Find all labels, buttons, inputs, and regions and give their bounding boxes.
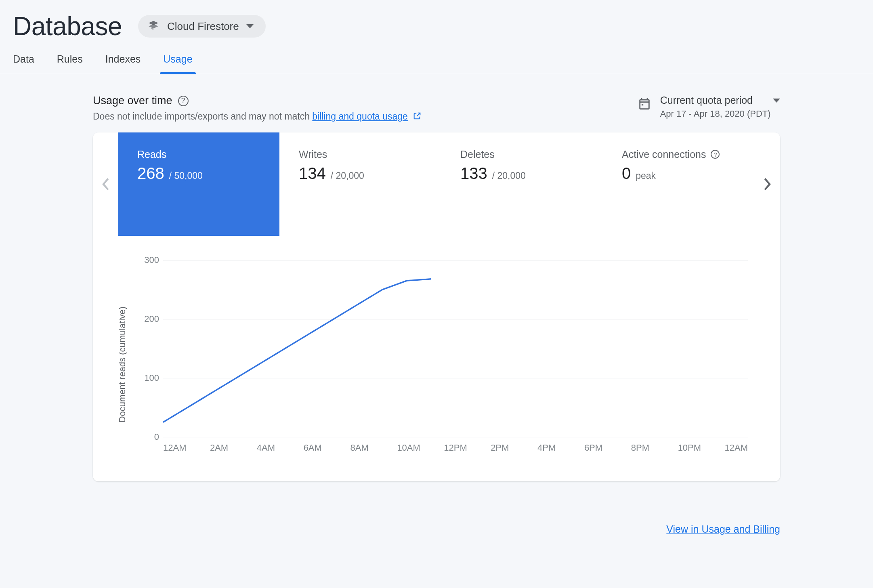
y-tick: 200 xyxy=(139,314,159,324)
x-tick: 8PM xyxy=(631,443,678,453)
metric-value: 0 xyxy=(622,164,631,183)
metric-quota: peak xyxy=(636,170,656,181)
svg-rect-0 xyxy=(642,104,643,105)
metric-label: Writes xyxy=(299,149,327,160)
x-tick: 2PM xyxy=(491,443,537,453)
metric-value: 133 xyxy=(460,164,487,183)
x-tick: 12AM xyxy=(163,443,210,453)
x-tick: 6AM xyxy=(304,443,350,453)
metric-active-connections[interactable]: Active connections ? 0 peak xyxy=(602,132,755,236)
view-usage-billing-link[interactable]: View in Usage and Billing xyxy=(666,523,780,535)
scroll-left-button[interactable] xyxy=(93,132,118,236)
page-title: Database xyxy=(13,11,122,41)
database-selector-label: Cloud Firestore xyxy=(167,20,239,33)
chart: Document reads (cumulative) 0100200300 1… xyxy=(93,236,780,481)
metric-writes[interactable]: Writes 134 / 20,000 xyxy=(279,132,441,236)
period-selector[interactable]: Current quota period Apr 17 - Apr 18, 20… xyxy=(638,94,780,119)
period-label: Current quota period xyxy=(660,94,753,106)
x-tick: 12AM xyxy=(725,443,748,453)
metric-quota: / 20,000 xyxy=(492,170,526,181)
billing-quota-link[interactable]: billing and quota usage xyxy=(312,111,408,122)
x-tick: 2AM xyxy=(210,443,257,453)
x-tick: 4AM xyxy=(257,443,304,453)
y-tick: 100 xyxy=(139,373,159,383)
database-selector[interactable]: Cloud Firestore xyxy=(138,15,266,38)
x-tick: 6PM xyxy=(584,443,631,453)
chevron-down-icon xyxy=(246,24,254,28)
scroll-right-button[interactable] xyxy=(755,132,780,236)
x-tick: 12PM xyxy=(444,443,491,453)
metric-value: 268 xyxy=(137,164,164,183)
metric-label: Reads xyxy=(137,149,166,160)
tab-data[interactable]: Data xyxy=(13,53,34,74)
section-subtitle-text: Does not include imports/exports and may… xyxy=(93,111,312,122)
metric-label: Deletes xyxy=(460,149,495,160)
x-tick: 8AM xyxy=(350,443,397,453)
calendar-icon xyxy=(638,97,651,112)
x-tick: 10AM xyxy=(397,443,444,453)
metric-quota: / 20,000 xyxy=(331,170,364,181)
section-title: Usage over time xyxy=(93,94,172,107)
tab-rules[interactable]: Rules xyxy=(57,53,83,74)
gridline xyxy=(163,437,748,437)
chevron-down-icon xyxy=(773,99,780,103)
usage-card: Reads 268 / 50,000 Writes 134 / 20,000 D… xyxy=(93,132,780,481)
section-subtitle: Does not include imports/exports and may… xyxy=(93,111,422,123)
external-link-icon xyxy=(413,111,422,123)
firestore-icon xyxy=(147,20,160,33)
x-tick: 10PM xyxy=(678,443,725,453)
metric-quota: / 50,000 xyxy=(169,170,203,181)
x-tick: 4PM xyxy=(537,443,584,453)
y-tick: 300 xyxy=(139,255,159,265)
help-icon[interactable]: ? xyxy=(178,96,189,106)
help-icon[interactable]: ? xyxy=(711,150,720,159)
metric-value: 134 xyxy=(299,164,326,183)
tab-usage[interactable]: Usage xyxy=(163,53,192,74)
tabs: Data Rules Indexes Usage xyxy=(0,41,873,74)
metric-deletes[interactable]: Deletes 133 / 20,000 xyxy=(441,132,602,236)
period-range: Apr 17 - Apr 18, 2020 (PDT) xyxy=(660,109,780,119)
y-axis-label: Document reads (cumulative) xyxy=(117,290,128,422)
y-tick: 0 xyxy=(139,432,159,442)
tab-indexes[interactable]: Indexes xyxy=(105,53,141,74)
chart-line xyxy=(163,260,748,437)
metric-reads[interactable]: Reads 268 / 50,000 xyxy=(118,132,279,236)
metric-label: Active connections xyxy=(622,149,706,160)
